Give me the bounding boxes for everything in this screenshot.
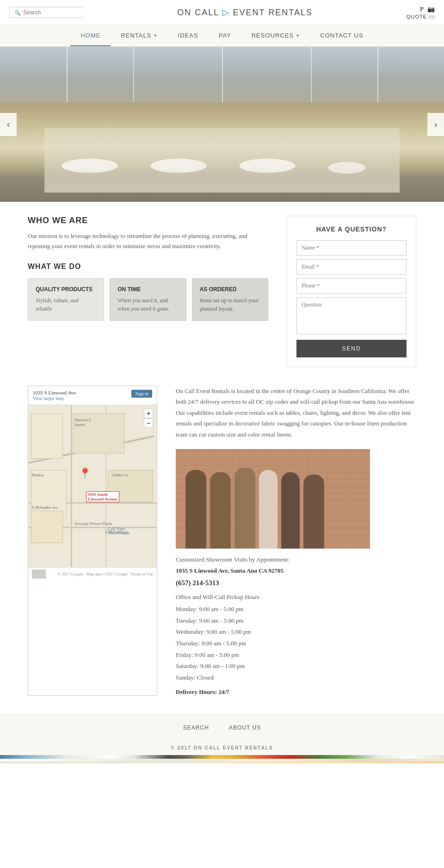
- slider-next-button[interactable]: ›: [427, 113, 444, 136]
- quote-area: 𝐏 📷 QUOTE (0): [407, 6, 435, 19]
- map-footer: © 2017 Google · Map data ©2017 Google · …: [28, 567, 157, 581]
- feature-asordered: AS ORDERED Items set up to match your pl…: [192, 278, 268, 321]
- logo-suffix: EVENT RENTALS: [233, 8, 313, 17]
- map-thumbnail: [32, 569, 46, 579]
- location-address: 1035 S Linwood Ave, Santa Ana CA 92705: [176, 567, 416, 575]
- map-label-caliber: Caliber Co: [112, 473, 128, 477]
- people-photo: [176, 449, 370, 549]
- features-row: QUALITY PRODUCTS Stylish, robust, and re…: [28, 278, 268, 321]
- map-label-flowers: Everyday Flowers Florist: [74, 522, 112, 526]
- nav-pay[interactable]: PAY: [209, 25, 241, 45]
- logo: ON CALL ▷ EVENT RENTALS: [177, 7, 313, 18]
- map-label-warwick: Warwick SApartn: [74, 418, 91, 427]
- logo-arrow: ▷: [222, 8, 230, 17]
- send-button[interactable]: SEND: [296, 340, 407, 357]
- search-bar[interactable]: 🔍: [9, 7, 83, 18]
- hours-list: Monday: 9:00 am - 5:00 pm Tuesday: 9:00 …: [176, 604, 416, 684]
- hours-tuesday: Tuesday: 9:00 am - 5:00 pm: [176, 615, 416, 627]
- header: 🔍 ON CALL ▷ EVENT RENTALS 𝐏 📷 QUOTE (0): [0, 0, 444, 25]
- quote-label[interactable]: QUOTE: [407, 14, 427, 19]
- map-pin-label: 1035 SouthLinwood Avenue: [86, 491, 119, 502]
- copyright-text: © 2017 ON CALL EVENT RENTALS: [171, 745, 273, 750]
- slider-prev-button[interactable]: ‹: [0, 113, 17, 136]
- feature-asordered-title: AS ORDERED: [200, 286, 260, 293]
- right-column: HAVE A QUESTION? SEND: [287, 216, 416, 367]
- hours-wednesday: Wednesday: 9:00 am - 5:00 pm: [176, 626, 416, 638]
- hero-slider: ‹ ›: [0, 47, 444, 202]
- search-icon: 🔍: [14, 10, 21, 16]
- hours-friday: Friday: 9:00 am - 5:00 pm: [176, 649, 416, 661]
- map-signin-btn[interactable]: Sign in: [131, 390, 152, 398]
- feature-quality: QUALITY PRODUCTS Stylish, robust, and re…: [28, 278, 104, 321]
- feature-quality-text: Stylish, robust, and reliable: [36, 296, 96, 313]
- name-input[interactable]: [296, 240, 407, 256]
- who-we-are-title: WHO WE ARE: [28, 216, 268, 225]
- hours-monday: Monday: 9:00 am - 5:00 pm: [176, 604, 416, 615]
- location-description: On Call Event Rentals is located in the …: [176, 386, 416, 440]
- nav-contact[interactable]: CONTACT US: [310, 25, 373, 45]
- hours-title: Office and Will-Call Pickup Hours: [176, 593, 416, 601]
- color-bar-3: [0, 762, 444, 763]
- nav-rentals[interactable]: RENTALS +: [111, 25, 167, 45]
- who-we-are-text: Our mission is to leverage technology to…: [28, 231, 268, 251]
- location-phone: (657) 214-5313: [176, 579, 416, 587]
- pinterest-icon[interactable]: 𝐏: [420, 6, 424, 13]
- photo-caption: Customized Showroom Visits by Appointmen…: [176, 556, 416, 563]
- feature-quality-title: QUALITY PRODUCTS: [36, 286, 96, 293]
- phone-input[interactable]: [296, 278, 407, 293]
- contact-form-box: HAVE A QUESTION? SEND: [287, 216, 416, 367]
- color-bar-1: [0, 755, 444, 759]
- map-body[interactable]: Warwick SApartn Bindery Everyday Flowers…: [28, 405, 157, 567]
- map-label-bindery: Bindery: [32, 473, 44, 477]
- map-address-label: 1035 S Linwood Ave: [33, 390, 76, 395]
- location-info: On Call Event Rentals is located in the …: [176, 386, 416, 696]
- feature-ontime-title: ON TIME: [117, 286, 178, 293]
- prev-arrow-icon: ‹: [7, 119, 10, 130]
- map-larger-link[interactable]: View larger map: [33, 396, 63, 401]
- quote-count: (0): [429, 14, 435, 19]
- map-container: 1035 S Linwood Ave View larger map Sign …: [28, 386, 157, 696]
- feature-asordered-text: Items set up to match your planned layou…: [200, 296, 260, 313]
- hours-sunday: Sunday: Closed: [176, 672, 416, 684]
- map-header: 1035 S Linwood Ave View larger map Sign …: [28, 386, 157, 405]
- footer-copyright: © 2017 ON CALL EVENT RENTALS: [0, 741, 444, 755]
- next-arrow-icon: ›: [434, 119, 438, 130]
- map-zoom-in[interactable]: +: [144, 409, 153, 418]
- footer-about-link[interactable]: ABOUT US: [229, 724, 261, 731]
- map-zoom-out[interactable]: −: [144, 418, 153, 428]
- nav-ideas[interactable]: IDEAS: [168, 25, 209, 45]
- hours-saturday: Saturday: 9:00 am - 1:00 pm: [176, 661, 416, 672]
- map-copyright: © 2017 Google · Map data ©2017 Google · …: [57, 572, 153, 576]
- email-input[interactable]: [296, 259, 407, 275]
- footer-search-link[interactable]: SEARCH: [183, 724, 209, 731]
- map-label-mcfadden2: E McFadden A: [105, 530, 128, 534]
- delivery-hours: Delivery Hours: 24/7: [176, 688, 416, 696]
- map-pin: 📍: [79, 468, 91, 480]
- contact-form-title: HAVE A QUESTION?: [296, 225, 407, 233]
- hero-image: [0, 47, 444, 202]
- map-zoom-controls: + −: [144, 409, 153, 428]
- location-section: 1035 S Linwood Ave View larger map Sign …: [0, 381, 444, 714]
- feature-ontime: ON TIME When you need it, and when you n…: [110, 278, 186, 321]
- instagram-icon[interactable]: 📷: [427, 6, 435, 13]
- search-input[interactable]: [23, 9, 83, 16]
- logo-text: ON CALL: [177, 8, 219, 17]
- feature-ontime-text: When you need it, and when you need it g…: [117, 296, 178, 313]
- hours-thursday: Thursday: 9:00 am - 5:00 pm: [176, 638, 416, 649]
- social-icons: 𝐏 📷: [407, 6, 435, 13]
- left-column: WHO WE ARE Our mission is to leverage te…: [28, 216, 268, 367]
- nav-home[interactable]: HOME: [70, 25, 111, 46]
- question-input[interactable]: [296, 297, 407, 334]
- main-nav: HOME RENTALS + IDEAS PAY RESOURCES + CON…: [0, 25, 444, 47]
- main-content: WHO WE ARE Our mission is to leverage te…: [0, 202, 444, 381]
- footer-links: SEARCH ABOUT US: [0, 714, 444, 741]
- nav-resources[interactable]: RESOURCES +: [241, 25, 310, 45]
- map-label-mcfadden1: E McFadden Ave: [32, 506, 57, 510]
- what-we-do-title: WHAT WE DO: [28, 262, 268, 271]
